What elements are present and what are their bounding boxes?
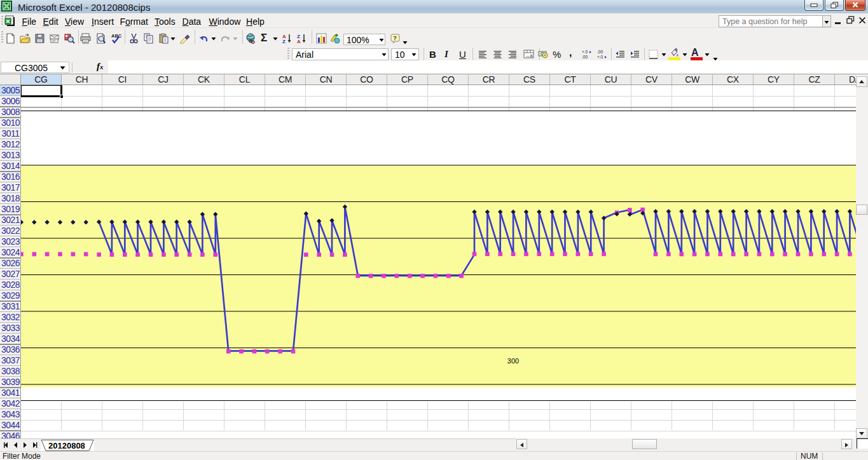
svg-text:?: ?: [393, 35, 397, 41]
svg-text:300: 300: [507, 357, 519, 365]
svg-text:A: A: [297, 39, 301, 44]
svg-text:+.0: +.0: [597, 55, 603, 59]
svg-text:.00: .00: [597, 50, 603, 54]
svg-text:ABC: ABC: [111, 33, 121, 39]
svg-text:.00: .00: [582, 55, 588, 59]
svg-text:↔a: ↔a: [526, 53, 533, 58]
svg-text:+.0: +.0: [582, 50, 588, 54]
svg-text:Z: Z: [282, 39, 286, 44]
